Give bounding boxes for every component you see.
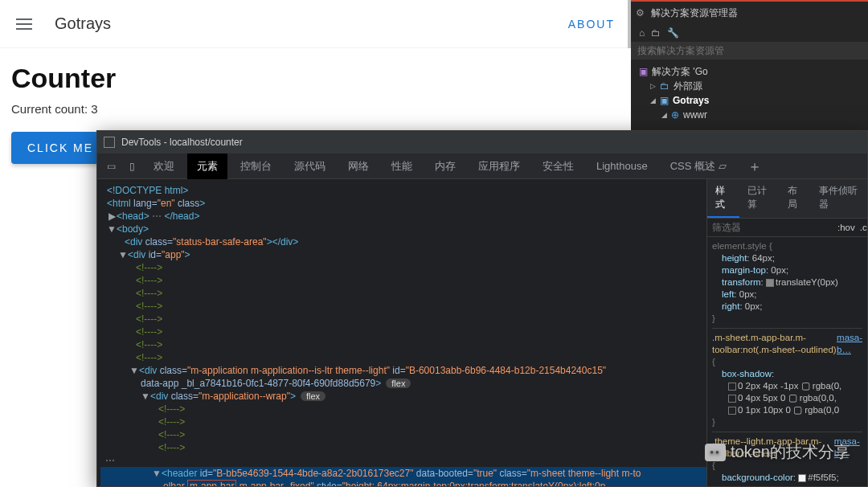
ide-toolbar: ⌂ 🗀 🔧	[631, 24, 868, 42]
watermark: token的技术分享	[705, 441, 850, 463]
devtools-title: DevTools - localhost/counter	[121, 137, 243, 148]
tab-elements[interactable]: 元素	[187, 153, 227, 179]
counter-value-label: Current count: 3	[11, 102, 620, 116]
solution-tree[interactable]: ▣解决方案 'Go ▷🗀外部源 ◢▣Gotrays ◢⊕wwwr	[631, 59, 868, 127]
styles-filter-input[interactable]	[712, 222, 833, 233]
highlighted-class: m-app-bar	[187, 480, 236, 486]
page-title: Counter	[11, 63, 620, 94]
tab-security[interactable]: 安全性	[533, 153, 583, 179]
tree-project[interactable]: Gotrays	[673, 93, 709, 108]
tab-console[interactable]: 控制台	[231, 153, 281, 179]
chevron-right-icon[interactable]: ▷	[650, 79, 656, 93]
flex-badge[interactable]: flex	[386, 379, 411, 388]
tree-solution[interactable]: 解决方案 'Go	[652, 64, 708, 79]
tree-external[interactable]: 外部源	[674, 79, 702, 93]
source-link[interactable]: masa-b…	[837, 332, 862, 356]
devtools-titlebar[interactable]: DevTools - localhost/counter	[97, 131, 867, 153]
styles-tab-events[interactable]: 事件侦听器	[811, 179, 867, 218]
nav-about-link[interactable]: ABOUT	[568, 18, 615, 31]
tab-performance[interactable]: 性能	[382, 153, 422, 179]
tab-css-overview[interactable]: CSS 概述 ▱	[661, 153, 736, 179]
tab-network[interactable]: 网络	[338, 153, 379, 179]
app-brand: Gotrays	[55, 14, 111, 33]
ide-search-row	[631, 42, 868, 59]
wechat-icon	[705, 444, 726, 461]
ide-panel-title: 解决方案资源管理器	[651, 6, 738, 20]
click-me-button[interactable]: CLICK ME	[11, 132, 109, 164]
tree-wwwroot[interactable]: wwwr	[683, 108, 707, 122]
styles-tab-styles[interactable]: 样式	[707, 179, 739, 218]
tab-sources[interactable]: 源代码	[285, 153, 335, 179]
inspect-icon[interactable]: ▭	[102, 158, 120, 175]
globe-icon: ⊕	[671, 108, 679, 122]
device-icon[interactable]: ▯	[123, 158, 141, 175]
tab-add-icon[interactable]: ＋	[747, 157, 762, 176]
tab-welcome[interactable]: 欢迎	[144, 153, 184, 179]
styles-pane: 样式 已计算 布局 事件侦听器 :hov .cls element.style …	[706, 179, 867, 486]
tab-lighthouse[interactable]: Lighthouse	[587, 154, 657, 178]
breadcrumb-ellipsis[interactable]: ⋯	[100, 454, 706, 467]
app-topbar: Gotrays ABOUT	[0, 0, 631, 48]
home-icon[interactable]: ⌂	[639, 27, 645, 39]
refresh-icon[interactable]: 🗀	[651, 27, 661, 39]
styles-tab-layout[interactable]: 布局	[780, 179, 812, 218]
elements-tree[interactable]: <!DOCTYPE html> <html lang="en" class> ▶…	[97, 179, 706, 486]
wrench-icon[interactable]: 🔧	[667, 27, 679, 39]
devtools-tabs: ▭ ▯ 欢迎 元素 控制台 源代码 网络 性能 内存 应用程序 安全性 Ligh…	[97, 153, 867, 179]
chevron-down-icon[interactable]: ◢	[650, 93, 656, 108]
devtools-app-icon	[104, 137, 115, 148]
cls-toggle[interactable]: .cls	[860, 223, 867, 232]
flex-badge[interactable]: flex	[301, 391, 326, 401]
tab-application[interactable]: 应用程序	[469, 153, 530, 179]
menu-icon[interactable]	[16, 18, 32, 30]
chevron-down-icon[interactable]: ◢	[661, 108, 667, 122]
devtools-window: DevTools - localhost/counter ▭ ▯ 欢迎 元素 控…	[96, 130, 868, 487]
ide-search-input[interactable]	[637, 45, 862, 56]
styles-tabs: 样式 已计算 布局 事件侦听器	[707, 179, 867, 219]
hov-toggle[interactable]: :hov	[837, 223, 855, 232]
styles-tab-computed[interactable]: 已计算	[739, 179, 780, 218]
ide-header: ⚙ 解决方案资源管理器	[631, 2, 868, 24]
gear-icon[interactable]: ⚙	[636, 7, 645, 18]
tab-memory[interactable]: 内存	[425, 153, 465, 179]
